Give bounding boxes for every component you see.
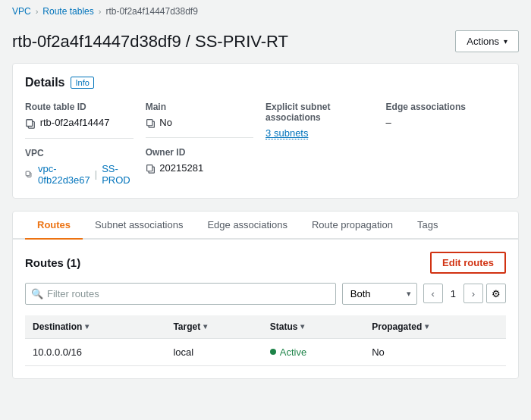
explicit-subnet-value: 3 subnets [266,127,373,139]
col-propagated: Propagated ▾ [364,315,506,339]
tab-routes[interactable]: Routes [25,212,83,240]
detail-col-edge: Edge associations – [386,102,506,186]
status-active: Active [270,346,357,358]
details-grid: Route table ID rtb-0f2a4f14447 VPC vpc-0… [25,102,506,186]
tab-content-routes: Routes (1) Edit routes 🔍 Both Active Bla… [13,240,518,378]
svg-rect-5 [146,120,152,126]
pagination: ‹ 1 › ⚙ [423,284,506,303]
filter-input[interactable] [25,283,336,305]
explicit-subnet-label: Explicit subnet associations [266,102,373,123]
svg-rect-7 [146,165,152,171]
col-status-label: Status [270,321,298,332]
main-value-text: No [159,117,172,128]
col-target-label: Target [173,321,200,332]
tabs-card: Routes Subnet associations Edge associat… [12,211,519,379]
sort-target-icon[interactable]: ▾ [203,322,207,331]
status-text: Active [280,346,306,358]
table-row: 10.0.0.0/16 local Active No [25,338,506,365]
prev-page-button[interactable]: ‹ [423,284,443,303]
row-destination: 10.0.0.0/16 [25,338,165,365]
routes-table: Destination ▾ Target ▾ Status ▾ [25,315,506,366]
owner-section: Owner ID 20215281 [146,137,253,174]
vpc-divider: | [95,168,97,180]
filter-input-wrap: 🔍 [25,283,336,305]
page-number: 1 [446,288,460,299]
routes-title-wrap: Routes (1) [25,256,80,269]
routes-count: (1) [67,256,80,269]
details-title: Details [25,76,64,89]
vpc-section: VPC vpc-0fb22d3e67 | SS-PROD [25,138,134,186]
subnets-link[interactable]: 3 subnets [266,127,308,139]
route-table-id-label: Route table ID [25,102,134,112]
settings-button[interactable]: ⚙ [486,284,506,303]
edge-assoc-value: – [386,117,494,128]
next-page-button[interactable]: › [463,284,483,303]
tab-edge-associations[interactable]: Edge associations [195,212,300,240]
filter-row: 🔍 Both Active Blackhole ▾ ‹ 1 › ⚙ [25,283,506,305]
owner-id-label: Owner ID [146,147,253,158]
detail-col-id: Route table ID rtb-0f2a4f14447 VPC vpc-0… [25,102,146,186]
details-card: Details Info Route table ID rtb-0f2a4f14… [12,63,519,199]
vpc-name-link[interactable]: SS-PROD [102,163,133,186]
edit-routes-button[interactable]: Edit routes [430,252,506,274]
search-icon: 🔍 [31,288,43,299]
actions-label: Actions [467,36,499,47]
page-header: rtb-0f2a4f14447d38df9 / SS-PRIV-RT Actio… [0,23,531,63]
vpc-id-link[interactable]: vpc-0fb22d3e67 [38,163,90,186]
svg-rect-3 [26,171,30,176]
main-label: Main [146,102,253,112]
filter-dropdown[interactable]: Both Active Blackhole [342,283,417,305]
copy-icon-owner[interactable] [146,164,156,174]
copy-icon[interactable] [25,118,36,129]
breadcrumb-sep-1: › [36,7,39,16]
detail-col-main: Main No Owner ID 20215281 [146,102,266,186]
copy-icon-main[interactable] [146,118,156,128]
actions-chevron-icon: ▾ [504,37,507,45]
info-badge[interactable]: Info [71,77,93,89]
details-header: Details Info [25,76,506,89]
col-destination-label: Destination [33,321,82,332]
sort-destination-icon[interactable]: ▾ [85,322,89,331]
copy-icon-vpc[interactable] [25,169,32,179]
owner-id-value: 20215281 [146,162,253,174]
tab-subnet-associations[interactable]: Subnet associations [83,212,195,240]
route-table-id-value: rtb-0f2a4f14447 [25,117,134,129]
actions-button[interactable]: Actions ▾ [455,30,519,52]
col-target: Target ▾ [165,315,262,339]
sort-propagated-icon[interactable]: ▾ [425,322,429,331]
breadcrumb-sep-2: › [99,7,102,16]
breadcrumb-current: rtb-0f2a4f14447d38df9 [105,6,197,17]
tab-route-propagation[interactable]: Route propagation [300,212,405,240]
col-destination: Destination ▾ [25,315,165,339]
vpc-value: vpc-0fb22d3e67 | SS-PROD [25,163,134,186]
breadcrumb-route-tables[interactable]: Route tables [42,6,93,17]
detail-col-subnet: Explicit subnet associations 3 subnets [266,102,385,186]
owner-id-text: 20215281 [159,162,203,174]
breadcrumb-vpc[interactable]: VPC [12,6,31,17]
breadcrumb: VPC › Route tables › rtb-0f2a4f14447d38d… [0,0,531,23]
tabs-nav: Routes Subnet associations Edge associat… [13,212,518,240]
col-status: Status ▾ [262,315,364,339]
row-propagated: No [364,338,506,365]
dropdown-wrap: Both Active Blackhole ▾ [342,283,417,305]
row-status: Active [262,338,364,365]
row-target: local [165,338,262,365]
main-value: No [146,117,253,128]
col-propagated-label: Propagated [372,321,422,332]
edge-assoc-label: Edge associations [386,102,494,112]
sort-status-icon[interactable]: ▾ [300,322,304,331]
settings-icon: ⚙ [492,288,501,299]
page-title: rtb-0f2a4f14447d38df9 / SS-PRIV-RT [12,32,288,52]
tab-tags[interactable]: Tags [405,212,450,240]
route-table-id-text: rtb-0f2a4f14447 [40,117,110,128]
routes-title: Routes [25,256,64,269]
status-dot-icon [270,349,276,355]
vpc-label: VPC [25,148,134,158]
routes-section-header: Routes (1) Edit routes [25,252,506,274]
svg-rect-1 [27,119,33,126]
